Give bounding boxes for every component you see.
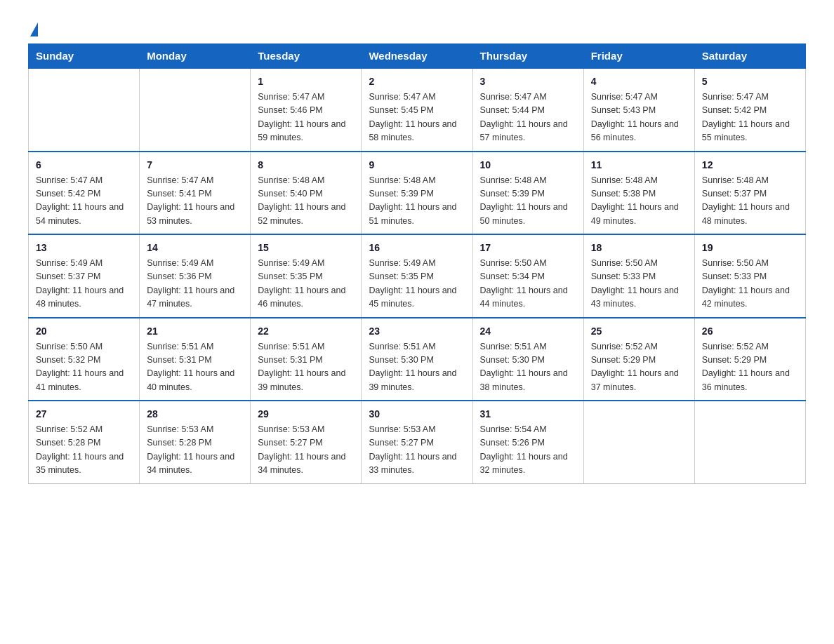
day-detail: Sunrise: 5:47 AMSunset: 5:45 PMDaylight:… <box>369 90 465 145</box>
calendar-cell: 14Sunrise: 5:49 AMSunset: 5:36 PMDayligh… <box>140 234 251 318</box>
day-detail: Sunrise: 5:47 AMSunset: 5:46 PMDaylight:… <box>258 90 354 145</box>
weekday-header-saturday: Saturday <box>694 44 805 69</box>
calendar-cell: 10Sunrise: 5:48 AMSunset: 5:39 PMDayligh… <box>472 152 583 235</box>
day-number: 29 <box>258 407 354 422</box>
calendar-cell: 8Sunrise: 5:48 AMSunset: 5:40 PMDaylight… <box>251 152 362 235</box>
day-number: 22 <box>258 324 354 339</box>
day-number: 26 <box>702 324 798 339</box>
calendar-cell: 25Sunrise: 5:52 AMSunset: 5:29 PMDayligh… <box>583 318 694 401</box>
calendar-cell: 26Sunrise: 5:52 AMSunset: 5:29 PMDayligh… <box>694 318 805 401</box>
weekday-header-tuesday: Tuesday <box>251 44 362 69</box>
week-row-5: 27Sunrise: 5:52 AMSunset: 5:28 PMDayligh… <box>29 401 806 483</box>
calendar-cell: 29Sunrise: 5:53 AMSunset: 5:27 PMDayligh… <box>251 401 362 483</box>
weekday-header-wednesday: Wednesday <box>362 44 472 69</box>
weekday-header-friday: Friday <box>583 44 694 69</box>
calendar-cell: 3Sunrise: 5:47 AMSunset: 5:44 PMDaylight… <box>472 68 583 152</box>
day-number: 31 <box>480 407 576 422</box>
week-row-2: 6Sunrise: 5:47 AMSunset: 5:42 PMDaylight… <box>29 152 806 235</box>
day-detail: Sunrise: 5:52 AMSunset: 5:29 PMDaylight:… <box>591 340 687 395</box>
day-detail: Sunrise: 5:50 AMSunset: 5:34 PMDaylight:… <box>480 257 576 311</box>
day-detail: Sunrise: 5:47 AMSunset: 5:44 PMDaylight:… <box>480 90 576 145</box>
weekday-header-thursday: Thursday <box>472 44 583 69</box>
day-number: 16 <box>369 241 465 255</box>
day-number: 20 <box>36 324 132 339</box>
calendar-cell: 22Sunrise: 5:51 AMSunset: 5:31 PMDayligh… <box>251 318 362 401</box>
day-number: 10 <box>480 158 576 173</box>
day-detail: Sunrise: 5:51 AMSunset: 5:31 PMDaylight:… <box>147 340 243 395</box>
day-detail: Sunrise: 5:48 AMSunset: 5:38 PMDaylight:… <box>591 174 687 229</box>
calendar-cell: 2Sunrise: 5:47 AMSunset: 5:45 PMDaylight… <box>362 68 472 152</box>
calendar-cell: 5Sunrise: 5:47 AMSunset: 5:42 PMDaylight… <box>694 68 805 152</box>
calendar-cell: 24Sunrise: 5:51 AMSunset: 5:30 PMDayligh… <box>472 318 583 401</box>
day-number: 9 <box>369 158 465 173</box>
day-detail: Sunrise: 5:53 AMSunset: 5:28 PMDaylight:… <box>147 423 243 478</box>
day-detail: Sunrise: 5:51 AMSunset: 5:31 PMDaylight:… <box>258 340 354 395</box>
day-number: 15 <box>258 241 354 255</box>
week-row-1: 1Sunrise: 5:47 AMSunset: 5:46 PMDaylight… <box>29 68 806 152</box>
day-detail: Sunrise: 5:48 AMSunset: 5:39 PMDaylight:… <box>480 174 576 229</box>
day-number: 13 <box>36 241 132 255</box>
day-number: 11 <box>591 158 687 173</box>
day-detail: Sunrise: 5:47 AMSunset: 5:42 PMDaylight:… <box>702 90 798 145</box>
day-number: 7 <box>147 158 243 173</box>
calendar-cell: 19Sunrise: 5:50 AMSunset: 5:33 PMDayligh… <box>694 234 805 318</box>
day-number: 19 <box>702 241 798 255</box>
weekday-header-sunday: Sunday <box>29 44 140 69</box>
calendar-header-row: SundayMondayTuesdayWednesdayThursdayFrid… <box>29 44 806 69</box>
day-detail: Sunrise: 5:47 AMSunset: 5:43 PMDaylight:… <box>591 90 687 145</box>
calendar-cell <box>583 401 694 483</box>
calendar-cell: 20Sunrise: 5:50 AMSunset: 5:32 PMDayligh… <box>29 318 140 401</box>
calendar-cell: 7Sunrise: 5:47 AMSunset: 5:41 PMDaylight… <box>140 152 251 235</box>
calendar-cell: 28Sunrise: 5:53 AMSunset: 5:28 PMDayligh… <box>140 401 251 483</box>
page-header <box>28 21 806 36</box>
day-number: 6 <box>36 158 132 173</box>
day-detail: Sunrise: 5:50 AMSunset: 5:33 PMDaylight:… <box>591 257 687 311</box>
calendar-cell: 1Sunrise: 5:47 AMSunset: 5:46 PMDaylight… <box>251 68 362 152</box>
calendar-table: SundayMondayTuesdayWednesdayThursdayFrid… <box>28 43 806 484</box>
calendar-cell: 31Sunrise: 5:54 AMSunset: 5:26 PMDayligh… <box>472 401 583 483</box>
day-number: 3 <box>480 74 576 89</box>
calendar-cell <box>140 68 251 152</box>
day-detail: Sunrise: 5:52 AMSunset: 5:29 PMDaylight:… <box>702 340 798 395</box>
day-number: 8 <box>258 158 354 173</box>
calendar-cell: 21Sunrise: 5:51 AMSunset: 5:31 PMDayligh… <box>140 318 251 401</box>
day-number: 2 <box>369 74 465 89</box>
week-row-3: 13Sunrise: 5:49 AMSunset: 5:37 PMDayligh… <box>29 234 806 318</box>
week-row-4: 20Sunrise: 5:50 AMSunset: 5:32 PMDayligh… <box>29 318 806 401</box>
day-number: 12 <box>702 158 798 173</box>
day-detail: Sunrise: 5:52 AMSunset: 5:28 PMDaylight:… <box>36 423 132 478</box>
day-detail: Sunrise: 5:50 AMSunset: 5:33 PMDaylight:… <box>702 257 798 311</box>
day-number: 4 <box>591 74 687 89</box>
day-number: 28 <box>147 407 243 422</box>
calendar-cell: 23Sunrise: 5:51 AMSunset: 5:30 PMDayligh… <box>362 318 472 401</box>
day-detail: Sunrise: 5:49 AMSunset: 5:35 PMDaylight:… <box>369 257 465 311</box>
day-number: 17 <box>480 241 576 255</box>
day-number: 23 <box>369 324 465 339</box>
day-detail: Sunrise: 5:47 AMSunset: 5:42 PMDaylight:… <box>36 174 132 229</box>
day-detail: Sunrise: 5:53 AMSunset: 5:27 PMDaylight:… <box>258 423 354 478</box>
day-number: 25 <box>591 324 687 339</box>
calendar-cell: 15Sunrise: 5:49 AMSunset: 5:35 PMDayligh… <box>251 234 362 318</box>
logo-triangle-icon <box>30 22 38 36</box>
day-detail: Sunrise: 5:50 AMSunset: 5:32 PMDaylight:… <box>36 340 132 395</box>
day-detail: Sunrise: 5:53 AMSunset: 5:27 PMDaylight:… <box>369 423 465 478</box>
day-detail: Sunrise: 5:47 AMSunset: 5:41 PMDaylight:… <box>147 174 243 229</box>
day-detail: Sunrise: 5:48 AMSunset: 5:39 PMDaylight:… <box>369 174 465 229</box>
calendar-cell: 12Sunrise: 5:48 AMSunset: 5:37 PMDayligh… <box>694 152 805 235</box>
calendar-cell: 17Sunrise: 5:50 AMSunset: 5:34 PMDayligh… <box>472 234 583 318</box>
day-number: 27 <box>36 407 132 422</box>
calendar-cell: 13Sunrise: 5:49 AMSunset: 5:37 PMDayligh… <box>29 234 140 318</box>
day-detail: Sunrise: 5:49 AMSunset: 5:36 PMDaylight:… <box>147 257 243 311</box>
day-detail: Sunrise: 5:51 AMSunset: 5:30 PMDaylight:… <box>480 340 576 395</box>
day-detail: Sunrise: 5:48 AMSunset: 5:40 PMDaylight:… <box>258 174 354 229</box>
day-detail: Sunrise: 5:48 AMSunset: 5:37 PMDaylight:… <box>702 174 798 229</box>
day-number: 14 <box>147 241 243 255</box>
calendar-cell <box>29 68 140 152</box>
calendar-cell: 9Sunrise: 5:48 AMSunset: 5:39 PMDaylight… <box>362 152 472 235</box>
day-detail: Sunrise: 5:49 AMSunset: 5:37 PMDaylight:… <box>36 257 132 311</box>
day-detail: Sunrise: 5:54 AMSunset: 5:26 PMDaylight:… <box>480 423 576 478</box>
day-number: 18 <box>591 241 687 255</box>
day-detail: Sunrise: 5:49 AMSunset: 5:35 PMDaylight:… <box>258 257 354 311</box>
calendar-cell <box>694 401 805 483</box>
day-number: 1 <box>258 74 354 89</box>
